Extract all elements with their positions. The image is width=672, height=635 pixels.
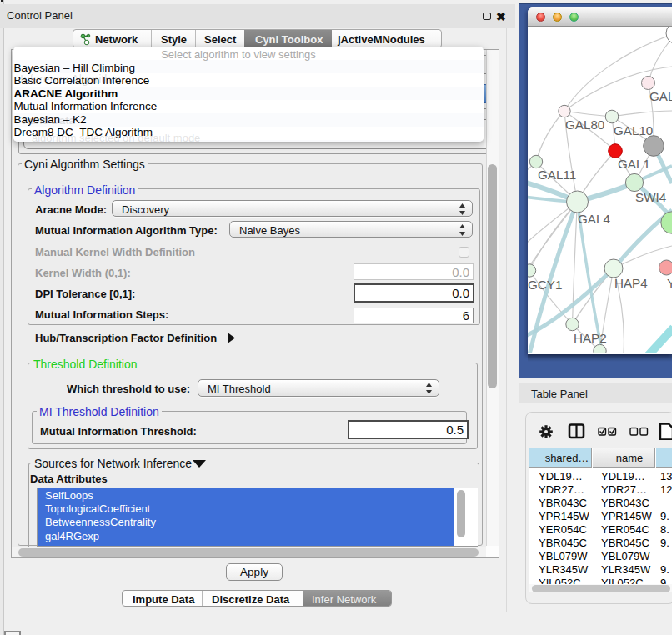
svg-text:GAL4: GAL4 [578, 212, 610, 226]
svg-text:YD: YD [667, 276, 672, 290]
svg-text:GAL1: GAL1 [618, 157, 650, 171]
svg-text:HAP2: HAP2 [574, 331, 607, 345]
svg-text:GAL80: GAL80 [565, 118, 604, 132]
svg-text:HAP4: HAP4 [614, 276, 648, 290]
svg-text:GAL7: GAL7 [649, 89, 672, 103]
svg-text:GAL11: GAL11 [538, 168, 576, 182]
svg-text:SWI4: SWI4 [635, 190, 666, 204]
svg-text:GAL10: GAL10 [614, 123, 653, 138]
svg-text:GCY1: GCY1 [528, 278, 562, 292]
